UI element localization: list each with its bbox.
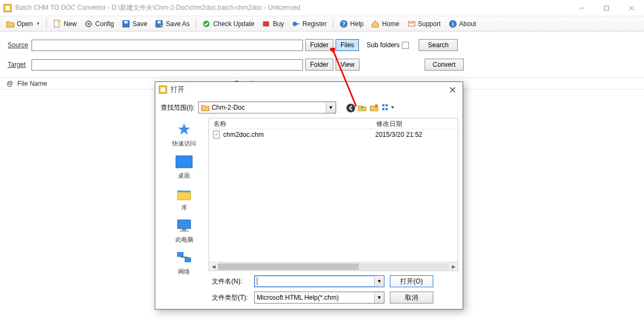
places-lib[interactable]: 库: [175, 185, 193, 212]
maximize-button[interactable]: [594, 0, 619, 16]
source-folder-button[interactable]: Folder: [305, 39, 333, 51]
places-desktop[interactable]: 桌面: [175, 153, 193, 180]
new-folder-icon[interactable]: [370, 103, 378, 112]
dialog-cancel-button[interactable]: 取消: [390, 292, 433, 304]
network-icon: [175, 249, 193, 267]
file-date: 2015/3/20 21:52: [375, 131, 451, 138]
chm-file-icon: ?: [212, 130, 221, 139]
svg-rect-39: [185, 257, 191, 262]
help-button[interactable]: ?Help: [336, 17, 368, 30]
svg-text:i: i: [452, 21, 453, 27]
filetype-combo[interactable]: Microsoft HTML Help(*.chm) ▼: [254, 292, 384, 304]
svg-rect-29: [382, 104, 384, 106]
support-button[interactable]: Support: [403, 17, 445, 30]
chevron-down-icon: ▼: [36, 21, 40, 26]
h-scrollbar[interactable]: ◀ ▶: [209, 262, 458, 270]
buy-button[interactable]: Buy: [258, 17, 288, 30]
scroll-thumb[interactable]: [218, 263, 359, 270]
filetype-value: Microsoft HTML Help(*.chm): [257, 294, 339, 301]
target-label: Target: [8, 61, 29, 68]
search-button[interactable]: Search: [419, 39, 458, 51]
save-icon: [122, 20, 130, 28]
sub-folders-checkbox[interactable]: [402, 42, 409, 49]
col-name[interactable]: 名称: [209, 118, 372, 129]
svg-rect-17: [296, 23, 299, 24]
library-icon: [175, 185, 193, 203]
svg-rect-35: [178, 220, 191, 229]
home-icon: [371, 20, 380, 28]
target-input[interactable]: [31, 59, 303, 71]
svg-text:?: ?: [342, 21, 345, 27]
file-list[interactable]: ? chm2doc.chm 2015/3/20 21:52: [209, 129, 458, 262]
app-icon: [3, 4, 12, 12]
file-name: chm2doc.chm: [223, 131, 373, 138]
dialog-close-button[interactable]: [445, 84, 459, 96]
svg-rect-15: [263, 22, 269, 26]
desktop-icon: [175, 153, 193, 171]
about-button[interactable]: iAbout: [445, 17, 480, 30]
dialog-icon: [159, 85, 167, 94]
file-list-pane: 名称 修改日期 ? chm2doc.chm 2015/3/20 21:52 ◀ …: [209, 118, 458, 271]
places-pc[interactable]: 此电脑: [175, 217, 193, 244]
places-bar: 快速访问 桌面 库 此电脑 网络: [160, 118, 209, 271]
list-item[interactable]: ? chm2doc.chm 2015/3/20 21:52: [209, 129, 458, 140]
source-label: Source: [8, 41, 29, 49]
col-at: @: [7, 80, 17, 87]
svg-point-28: [375, 104, 378, 108]
open-dialog: 打开 查找范围(I): Chm-2-Doc ▼ 快速访问 桌面 库 此电脑 网络: [155, 81, 463, 310]
chevron-down-icon: ▼: [326, 102, 336, 113]
source-input[interactable]: [31, 40, 303, 51]
source-files-button[interactable]: Files: [336, 39, 359, 51]
svg-rect-37: [180, 230, 188, 232]
svg-rect-36: [182, 229, 186, 230]
main-toolbar: Open▼ New Config Save Save As Check Upda…: [0, 16, 644, 31]
cart-icon: [262, 20, 270, 28]
lookin-label: 查找范围(I):: [161, 103, 195, 112]
saveas-button[interactable]: Save As: [151, 17, 193, 30]
filetype-label: 文件类型(T):: [212, 293, 249, 302]
path-panel: Source Folder Files Sub folders Search T…: [0, 31, 644, 78]
filename-label: 文件名(N):: [212, 277, 249, 286]
star-icon: [175, 121, 193, 138]
svg-rect-32: [386, 108, 388, 110]
target-folder-button[interactable]: Folder: [305, 59, 333, 71]
pc-icon: [175, 217, 193, 235]
save-button[interactable]: Save: [118, 17, 151, 30]
svg-rect-38: [177, 252, 184, 257]
open-button[interactable]: Open▼: [2, 17, 44, 30]
new-button[interactable]: New: [49, 17, 80, 30]
folder-open-icon: [6, 20, 15, 28]
saveas-icon: [155, 20, 163, 28]
config-button[interactable]: Config: [80, 17, 118, 30]
lookin-combo[interactable]: Chm-2-Doc ▼: [198, 102, 336, 113]
scroll-left-icon[interactable]: ◀: [209, 264, 218, 269]
filename-combo[interactable]: ▼: [254, 275, 384, 287]
scroll-right-icon[interactable]: ▶: [449, 264, 458, 269]
svg-rect-13: [157, 21, 161, 23]
home-button[interactable]: Home: [367, 17, 403, 30]
chevron-down-icon: ▼: [374, 292, 384, 303]
up-folder-icon[interactable]: [358, 103, 367, 112]
minimize-button[interactable]: [569, 0, 594, 16]
close-button[interactable]: [619, 0, 644, 16]
check-update-button[interactable]: Check Update: [198, 17, 258, 30]
col-date[interactable]: 修改日期: [372, 118, 448, 129]
support-icon: [407, 20, 416, 28]
new-file-icon: [53, 20, 61, 28]
svg-rect-31: [386, 104, 388, 106]
svg-text:?: ?: [215, 132, 218, 137]
svg-line-40: [180, 257, 188, 257]
svg-rect-24: [161, 87, 165, 92]
view-menu-icon[interactable]: [382, 103, 396, 112]
convert-button[interactable]: Convert: [425, 59, 464, 71]
svg-point-27: [346, 104, 355, 112]
register-button[interactable]: Register: [288, 17, 331, 30]
back-icon[interactable]: [346, 103, 355, 112]
places-quick[interactable]: 快速访问: [172, 121, 196, 148]
titlebar: Batch CHM TO DOC Convertor - D:\新建文件夹\Ch…: [0, 0, 644, 16]
target-view-button[interactable]: View: [336, 59, 359, 71]
sub-folders-label: Sub folders: [367, 41, 400, 49]
dialog-titlebar: 打开: [155, 82, 463, 97]
help-icon: ?: [339, 20, 348, 28]
dialog-open-button[interactable]: 打开(O): [390, 275, 433, 287]
